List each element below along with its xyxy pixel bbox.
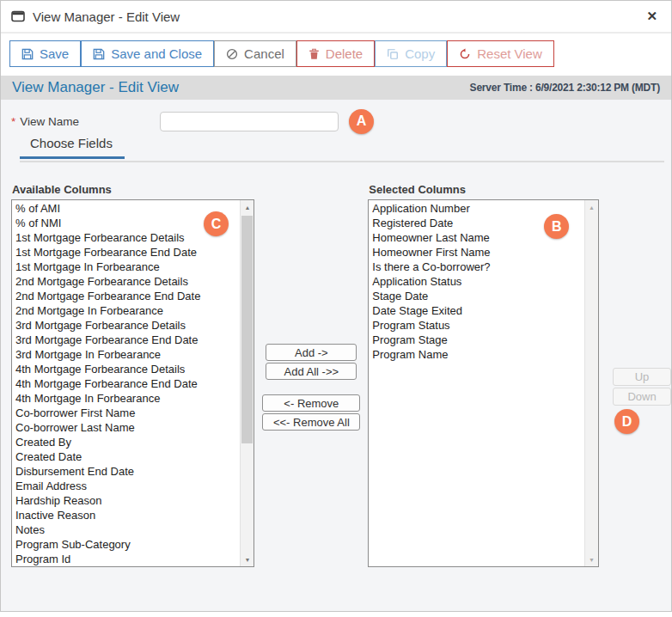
copy-label: Copy [405,46,435,61]
tab-bar: Choose Fields [11,136,671,162]
available-column-option[interactable]: Hardship Reason [13,493,239,508]
available-columns-label: Available Columns [12,183,254,196]
available-column-option[interactable]: 2nd Mortgage Forbearance End Date [13,289,239,303]
available-column-option[interactable]: % of AMI [13,201,239,216]
remove-all-button[interactable]: <<- Remove All [262,413,360,431]
transfer-buttons: Add -> Add All ->> <- Remove <<- Remove … [254,183,368,567]
view-name-input[interactable] [160,112,339,131]
view-name-label: *View Name [11,115,160,128]
available-column-option[interactable]: Co-borrower Last Name [13,420,239,435]
columns-row: Available Columns % of AMI% of NMI1st Mo… [11,183,671,567]
selected-column-option[interactable]: Stage Date [370,289,583,303]
page-title: View Manager - Edit View [12,79,179,96]
selected-columns-label: Selected Columns [369,183,599,196]
dialog-title: View Manager - Edit View [33,9,180,24]
save-icon [93,48,105,60]
selected-column-option[interactable]: Application Number [370,201,583,216]
cancel-button[interactable]: Cancel [214,40,296,67]
scroll-down-icon[interactable] [241,553,254,566]
copy-icon [387,48,399,60]
available-columns-section: Available Columns % of AMI% of NMI1st Mo… [11,183,254,567]
scroll-down-icon[interactable] [585,553,598,566]
save-icon [21,48,34,60]
up-button[interactable]: Up [613,368,671,386]
delete-button[interactable]: Delete [296,40,375,67]
available-column-option[interactable]: 2nd Mortgage Forbearance Details [13,274,239,289]
selected-columns-section: Selected Columns Application NumberRegis… [368,183,599,567]
selected-column-option[interactable]: Program Status [370,318,583,333]
available-column-option[interactable]: Email Address [13,479,239,493]
remove-button[interactable]: <- Remove [262,394,360,412]
available-column-option[interactable]: 1st Mortgage In Forbearance [13,260,239,274]
available-column-option[interactable]: Created Date [13,449,239,464]
save-label: Save [40,46,69,61]
available-column-option[interactable]: 3rd Mortgage Forbearance Details [13,318,239,333]
dialog-content: *View Name A Choose Fields Available Col… [1,100,671,612]
available-column-option[interactable]: Program Sub-Category [13,537,239,552]
available-column-option[interactable]: Co-borrower First Name [13,406,239,420]
selected-column-option[interactable]: Is there a Co-borrower? [370,260,583,274]
view-name-row: *View Name A [11,110,671,132]
save-and-close-label: Save and Close [111,46,202,61]
down-button[interactable]: Down [613,388,671,406]
available-column-option[interactable]: 1st Mortgage Forbearance Details [13,230,239,245]
available-column-option[interactable]: 3rd Mortgage Forbearance End Date [13,333,239,347]
available-column-option[interactable]: Created By [13,435,239,449]
tab-divider [20,161,664,162]
add-all-button[interactable]: Add All ->> [266,363,357,380]
selected-scrollbar[interactable] [584,200,598,566]
scrollbar-thumb[interactable] [241,216,253,443]
copy-button[interactable]: Copy [375,40,447,67]
cancel-icon [226,48,238,60]
scroll-up-icon[interactable] [241,200,254,214]
available-column-option[interactable]: 2nd Mortgage In Forbearance [13,303,239,318]
delete-label: Delete [326,46,363,61]
save-and-close-button[interactable]: Save and Close [81,40,214,67]
trash-icon [309,48,320,60]
annotation-badge-a: A [349,109,374,134]
required-marker: * [11,115,15,128]
available-column-option[interactable]: Inactive Reason [13,508,239,522]
available-columns-listbox[interactable]: % of AMI% of NMI1st Mortgage Forbearance… [11,199,254,567]
selected-column-option[interactable]: Application Status [370,274,583,289]
dialog-titlebar: View Manager - Edit View ✕ [1,1,671,34]
reset-icon [459,48,471,60]
available-column-option[interactable]: 1st Mortgage Forbearance End Date [13,245,239,260]
available-scrollbar[interactable] [240,200,254,566]
selected-column-option[interactable]: Date Stage Exited [370,303,583,318]
page-header: View Manager - Edit View Server Time : 6… [1,76,671,100]
close-icon[interactable]: ✕ [646,9,657,24]
available-column-option[interactable]: 4th Mortgage Forbearance End Date [13,376,239,391]
available-columns-items: % of AMI% of NMI1st Mortgage Forbearance… [13,201,239,566]
toolbar: Save Save and Close Cancel [1,34,671,76]
available-column-option[interactable]: 4th Mortgage In Forbearance [13,391,239,406]
available-column-option[interactable]: Disbursement End Date [13,464,239,479]
scroll-up-icon[interactable] [585,200,598,214]
view-manager-dialog: View Manager - Edit View ✕ Save [0,0,672,612]
save-button[interactable]: Save [9,40,81,67]
selected-columns-listbox[interactable]: Application NumberRegistered DateHomeown… [368,199,599,567]
selected-column-option[interactable]: Homeowner First Name [370,245,583,260]
cancel-label: Cancel [244,46,284,61]
available-column-option[interactable]: Program Id [13,552,239,566]
reset-view-label: Reset View [477,46,542,61]
selected-column-option[interactable]: Program Name [370,347,583,362]
selected-column-option[interactable]: Program Stage [370,333,583,347]
add-button[interactable]: Add -> [266,344,357,361]
order-buttons: Up Down D [613,183,671,567]
available-column-option[interactable]: 3rd Mortgage In Forbearance [13,347,239,362]
available-column-option[interactable]: Notes [13,522,239,537]
selected-columns-items: Application NumberRegistered DateHomeown… [370,201,583,566]
window-icon [11,10,25,22]
available-column-option[interactable]: 4th Mortgage Forbearance Details [13,362,239,376]
tab-choose-fields[interactable]: Choose Fields [20,136,125,159]
annotation-badge-d: D [614,409,639,434]
reset-view-button[interactable]: Reset View [447,40,554,67]
server-time: Server Time : 6/9/2021 2:30:12 PM (MDT) [470,82,660,94]
annotation-badge-c: C [204,211,229,236]
